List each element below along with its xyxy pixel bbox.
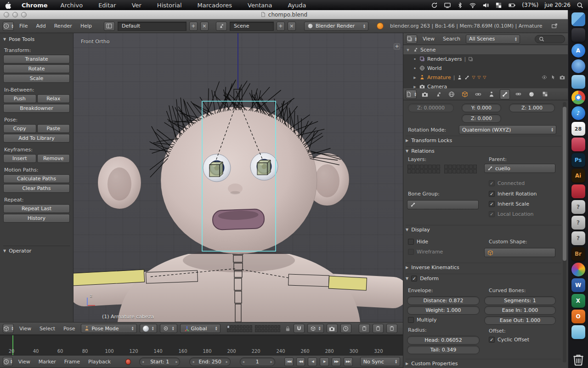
dock-missing-app[interactable]: ? [571,216,585,230]
dock-trash-icon[interactable] [572,353,585,366]
jump-to-end-button[interactable]: ▶▶| [344,357,353,366]
input-menu-icon[interactable] [495,2,502,9]
ease-in-field[interactable]: Ease In: 1.000 [484,306,556,315]
add-layout-button[interactable]: + [189,22,198,31]
rotation-mode-select[interactable]: Quaternion (WXYZ) [459,125,556,134]
end-frame-field[interactable]: End: 250 [189,357,230,366]
segments-field[interactable]: Segments: 1 [484,296,556,305]
wifi-icon[interactable] [469,2,476,9]
editor-type-button[interactable] [3,357,13,366]
layer-toggle[interactable] [436,165,440,169]
expander-icon[interactable] [413,65,417,71]
layer-toggle[interactable] [240,329,243,332]
expander-icon[interactable] [406,47,410,53]
menu-ayuda[interactable]: Ayuda [285,2,309,9]
right-eye-target-bone[interactable] [257,160,271,175]
wireframe-checkbox[interactable]: Wireframe [408,249,443,255]
inherit-scale-checkbox[interactable]: Inherit Scale [489,201,529,207]
layer-toggle[interactable] [457,169,460,173]
dock-itunes[interactable]: ♪ [571,106,585,120]
dock-missing-app[interactable]: ? [571,231,585,245]
editor-type-button[interactable] [3,324,14,333]
radius-tail-field[interactable]: Tail: 0.349 [407,345,480,354]
layer-toggle[interactable] [452,165,456,169]
dock-calendar[interactable]: 28 [571,122,585,136]
outliner-row-world[interactable]: World [403,63,568,73]
layer-toggle[interactable] [412,165,415,169]
render-menu[interactable]: Render [51,23,75,29]
render-engine-select[interactable]: Blender Render [304,22,368,31]
tab-bone-constraints[interactable] [513,89,523,99]
layer-toggle[interactable] [465,169,469,173]
layer-toggle[interactable] [473,169,477,173]
layer-toggle[interactable] [416,169,419,173]
minimize-button[interactable] [12,12,18,17]
menu-marcadores[interactable]: Marcadores [195,2,235,9]
screen-layout-icon[interactable] [104,22,115,31]
frame-menu[interactable]: Frame [62,359,83,365]
operator-panel-header[interactable]: Operator [3,246,70,254]
breakdowner-button[interactable]: Breakdowner [3,104,70,113]
layer-toggle[interactable] [432,165,436,169]
history-button[interactable]: History [3,214,70,223]
layer-toggle[interactable] [420,165,424,169]
custom-properties-panel-header[interactable]: Custom Properties [406,359,561,367]
apple-icon[interactable] [5,1,11,9]
layer-toggle[interactable] [233,325,236,328]
translate-button[interactable]: Translate [3,55,70,63]
lock-icon[interactable] [285,326,291,332]
armature-data-icon[interactable] [464,75,469,80]
layer-toggle[interactable] [243,329,246,332]
relax-button[interactable]: Relax [37,94,70,103]
layer-toggle[interactable] [444,165,448,169]
dock-red-app[interactable] [571,184,585,198]
paste-flipped-pose-icon-button[interactable] [386,324,397,333]
scene-field[interactable]: Scene [230,22,274,31]
layer-toggle[interactable] [424,169,428,173]
display-icon[interactable] [444,2,451,9]
add-scene-button[interactable]: + [277,22,285,31]
layer-toggle[interactable] [277,329,280,332]
play-reverse-button[interactable]: ◀ [308,357,317,366]
layer-toggle[interactable] [274,325,277,328]
expander-icon[interactable] [413,56,417,62]
layer-toggle[interactable] [469,169,473,173]
outliner-row-camera[interactable]: Camera [403,82,568,88]
bone-group-select[interactable] [407,200,479,209]
layer-toggle[interactable] [227,325,230,328]
bone-layers-grid-b[interactable] [444,165,477,173]
file-menu[interactable]: File [17,23,30,29]
outliner-search-box[interactable] [535,35,565,43]
menu-ver[interactable]: Ver [129,2,144,9]
editor-type-button[interactable] [406,90,417,99]
play-button[interactable]: ▶ [320,357,329,366]
right-shoulder-bone[interactable] [328,276,367,290]
deform-panel-header[interactable]: Deform [406,274,561,282]
tab-material[interactable] [526,89,537,99]
battery-icon[interactable] [508,2,516,9]
envelope-distance-field[interactable]: Distance: 0.872 [407,296,480,305]
playback-menu[interactable]: Playback [85,359,113,365]
display-scope-select[interactable]: All Scenes [466,34,520,44]
dock-finder[interactable] [571,12,585,26]
tab-render[interactable] [420,89,430,99]
layer-toggle[interactable] [416,165,419,169]
calculate-paths-button[interactable]: Calculate Paths [3,174,70,183]
remove-keyframe-button[interactable]: Remove [37,154,70,163]
envelope-weight-field[interactable]: Weight: 1.000 [407,306,480,315]
view-menu[interactable]: View [16,359,33,365]
search-menu[interactable]: Search [440,36,463,42]
dock-bridge[interactable]: Br [571,247,585,261]
timeline-ruler[interactable]: 20 40 60 80 100 120 140 160 180 200 220 … [0,335,403,355]
layer-toggle[interactable] [469,165,473,169]
spotlight-icon[interactable] [577,2,583,9]
dock-mail[interactable] [571,75,585,89]
rotation-z-field[interactable]: Z: 0.000 [462,114,501,123]
close-button[interactable] [4,12,9,17]
expand-window-icon[interactable] [551,23,558,29]
layer-toggle[interactable] [255,329,258,332]
inherit-rotation-checkbox[interactable]: Inherit Rotation [489,191,537,197]
restrict-render-camera-icon[interactable] [560,75,565,80]
bluetooth-icon[interactable] [457,2,463,9]
viewport-3d[interactable]: Front Ortho (1) Armature cabeza z + [74,33,403,322]
